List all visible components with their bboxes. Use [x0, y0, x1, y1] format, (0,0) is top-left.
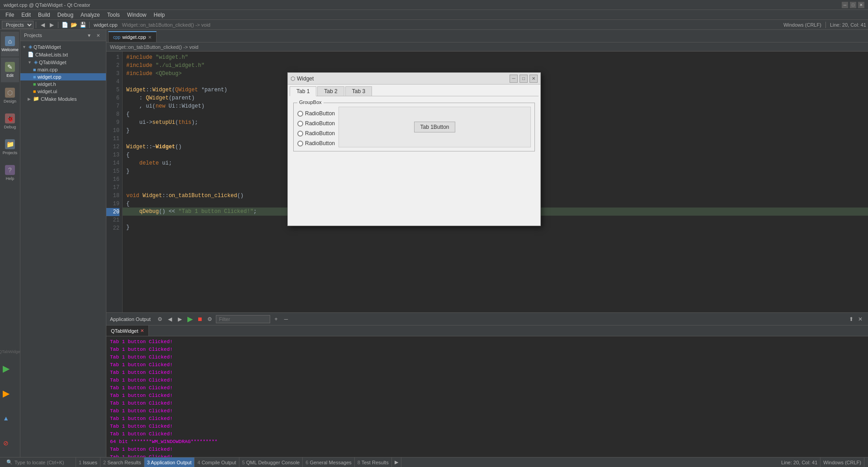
tree-item-widget-ui[interactable]: ■ widget.ui: [20, 88, 106, 95]
sidebar-debug-run[interactable]: ▶: [0, 381, 15, 406]
qt-tab-1[interactable]: Tab 1: [290, 86, 316, 96]
status-tab-issues[interactable]: 1 Issues: [76, 458, 100, 467]
tree-item-qtabwidget[interactable]: ▼ ◈ QTabWidget: [20, 43, 106, 51]
panel-config-btn[interactable]: ⚙: [206, 315, 214, 323]
panel-run-btn[interactable]: ▶: [186, 315, 194, 323]
minimize-button[interactable]: ─: [842, 2, 848, 8]
panel-minimize-btn[interactable]: ✕: [856, 315, 864, 323]
separator: [36, 22, 36, 28]
tree-label: widget.cpp: [38, 74, 62, 80]
qt-titlebar: ⬡ Widget ─ □ ✕: [288, 73, 540, 85]
save-button[interactable]: 💾: [79, 21, 87, 29]
qt-tab-3[interactable]: Tab 3: [345, 86, 372, 96]
open-button[interactable]: 📂: [70, 21, 78, 29]
menu-window[interactable]: Window: [124, 11, 150, 19]
locate-input-area[interactable]: 🔍 Type to locate (Ctrl+K): [4, 458, 76, 467]
sidebar-edit-label: Edit: [6, 73, 14, 78]
sidebar-build[interactable]: ▲: [0, 406, 15, 430]
nav-forward-button[interactable]: ▶: [48, 21, 56, 29]
sidebar-help[interactable]: ? Help: [1, 160, 19, 185]
sidebar-welcome[interactable]: ⌂ Welcome: [1, 32, 19, 57]
tree-item-cmake-modules[interactable]: ▶ 📁 CMake Modules: [20, 95, 106, 103]
issues-label: Issues: [81, 460, 97, 465]
sidebar-design[interactable]: ⬡ Design: [1, 83, 19, 108]
tab-close-button[interactable]: ✕: [148, 35, 152, 40]
radio-btn-1[interactable]: [297, 111, 303, 117]
panel-nav-next[interactable]: ▶: [176, 315, 184, 323]
sidebar-projects[interactable]: 📁 Projects: [1, 135, 19, 160]
sidebar-edit[interactable]: ✎ Edit: [1, 57, 19, 82]
qt-radio-2[interactable]: RadioButton: [297, 120, 335, 127]
encoding-status[interactable]: Windows (CRLF): [820, 458, 864, 467]
panel-float-btn[interactable]: ⬆: [847, 315, 855, 323]
qt-preview-window[interactable]: ⬡ Widget ─ □ ✕ Tab 1 Tab 2 Tab 3 GroupBo…: [287, 72, 541, 226]
tree-label: main.cpp: [38, 67, 58, 72]
qt-tab1-button[interactable]: Tab 1Button: [414, 122, 455, 132]
qt-maximize-btn[interactable]: □: [520, 75, 528, 83]
status-tab-general[interactable]: 6 General Messages: [303, 458, 355, 467]
qt-radio-1[interactable]: RadioButton: [297, 110, 335, 117]
menu-tools[interactable]: Tools: [104, 11, 124, 19]
panel-stop-btn[interactable]: ■: [196, 315, 204, 323]
panel-settings-btn[interactable]: ⚙: [156, 315, 164, 323]
qt-groupbox-title: GroupBox: [297, 99, 324, 105]
menu-build[interactable]: Build: [34, 11, 54, 19]
status-tab-appoutput[interactable]: 3 Application Output: [144, 458, 195, 467]
qt-close-btn[interactable]: ✕: [529, 75, 538, 83]
status-tab-compile[interactable]: 4 Compile Output: [195, 458, 239, 467]
panel-header-controls: ▼ ✕: [85, 31, 102, 39]
panel-close-btn[interactable]: ✕: [94, 31, 102, 39]
filter-input[interactable]: [216, 315, 270, 323]
radio-btn-2[interactable]: [297, 121, 303, 127]
panel-close2-btn[interactable]: ─: [282, 315, 290, 323]
line-col-status[interactable]: Line: 20, Col: 41: [778, 458, 820, 467]
tree-label: QTabWidget: [33, 44, 61, 50]
nav-back-button[interactable]: ◀: [38, 21, 47, 29]
menu-bar: File Edit Build Debug Analyze Tools Wind…: [0, 10, 868, 20]
sidebar-debug[interactable]: 🐞 Debug: [1, 109, 19, 134]
new-file-button[interactable]: 📄: [61, 21, 69, 29]
menu-help[interactable]: Help: [150, 11, 169, 19]
tree-item-qtabwidget-folder[interactable]: ▼ ◈ QTabWidget: [20, 58, 106, 66]
maximize-button[interactable]: □: [850, 2, 856, 8]
sidebar-stop[interactable]: ⊘: [0, 430, 15, 455]
tree-label: widget.ui: [38, 89, 57, 94]
sidebar-welcome-label: Welcome: [1, 47, 18, 52]
close-button[interactable]: ✕: [858, 2, 864, 8]
sidebar-design-label: Design: [4, 99, 16, 104]
status-expand[interactable]: ▶: [392, 458, 401, 467]
tree-item-main-cpp[interactable]: ■ main.cpp: [20, 66, 106, 73]
panel-add-btn[interactable]: +: [272, 315, 280, 323]
panel-filter-btn[interactable]: ▼: [85, 31, 93, 39]
radio-btn-3[interactable]: [297, 131, 303, 137]
tree-item-widget-h[interactable]: ■ widget.h: [20, 80, 106, 88]
status-tab-qml[interactable]: 5 QML Debugger Console: [239, 458, 303, 467]
cpp-tab-icon: cpp: [113, 35, 120, 40]
panel-nav-prev[interactable]: ◀: [166, 315, 174, 323]
header-icon: ■: [33, 81, 36, 87]
output-tab-qtabwidget[interactable]: QTabWidget ✕: [106, 325, 149, 336]
status-tab-test[interactable]: 8 Test Results: [355, 458, 392, 467]
output-line: Tab 1 button Clicked!: [110, 369, 864, 377]
project-panel-header: Projects ▼ ✕: [20, 30, 106, 41]
tree-label: QTabWidget: [39, 60, 67, 65]
output-tab-close[interactable]: ✕: [140, 328, 144, 333]
tree-item-cmakelists[interactable]: 📄 CMakeLists.txt: [20, 51, 106, 58]
menu-file[interactable]: File: [2, 11, 18, 19]
expand-arrow: ▶: [28, 97, 31, 101]
radio-btn-4[interactable]: [297, 141, 303, 146]
qt-tab1-content: GroupBox RadioButton RadioButton: [290, 99, 539, 155]
radio-label-2: RadioButton: [305, 120, 335, 127]
menu-analyze[interactable]: Analyze: [77, 11, 104, 19]
menu-edit[interactable]: Edit: [18, 11, 34, 19]
sidebar-run[interactable]: ▶: [0, 356, 15, 381]
tree-item-widget-cpp[interactable]: ■ widget.cpp: [20, 73, 106, 80]
qt-tab-2[interactable]: Tab 2: [317, 86, 344, 96]
qt-minimize-btn[interactable]: ─: [510, 75, 518, 83]
tab-widget-cpp[interactable]: cpp widget.cpp ✕: [108, 31, 157, 42]
qt-radio-4[interactable]: RadioButton: [297, 140, 335, 146]
status-tab-search[interactable]: 2 Search Results: [100, 458, 144, 467]
project-combo[interactable]: Projects: [2, 21, 33, 29]
menu-debug[interactable]: Debug: [54, 11, 77, 19]
qt-radio-3[interactable]: RadioButton: [297, 130, 335, 137]
